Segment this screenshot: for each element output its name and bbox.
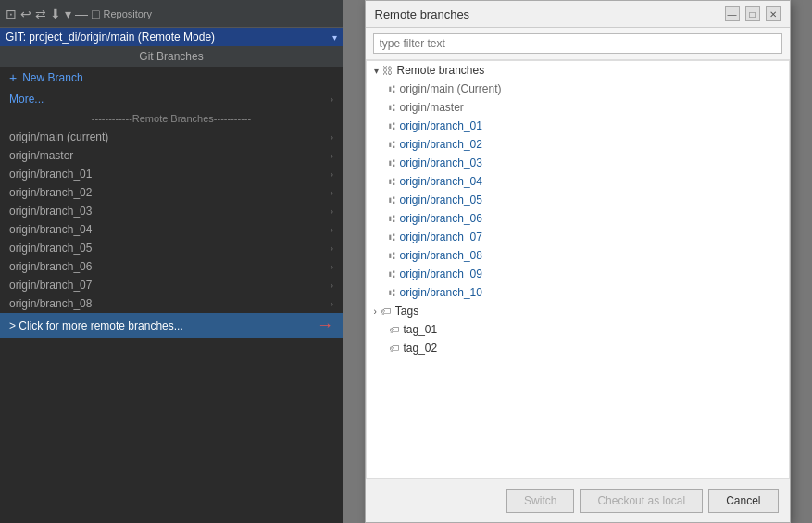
branch-node-icon: ⑆ (389, 139, 395, 150)
tree-branch-10[interactable]: ⑆ origin/branch_10 (367, 283, 789, 302)
branch-node-icon: ⑆ (389, 102, 395, 113)
collapse-icon: ▾ (374, 66, 379, 76)
branch-label: origin/branch_05 (9, 242, 92, 255)
toolbar-icon-3[interactable]: ⬇ (50, 6, 61, 21)
right-area: Remote branches — □ ✕ ▾ ⛓ Remote branche… (343, 0, 812, 523)
branch-item-03[interactable]: origin/branch_03 › (0, 202, 343, 220)
branch-node-icon: ⑆ (389, 176, 395, 187)
tree-branch-06[interactable]: ⑆ origin/branch_06 (367, 209, 789, 228)
branch-node-icon: ⑆ (389, 231, 395, 243)
tree-branch-05[interactable]: ⑆ origin/branch_05 (367, 191, 789, 209)
branch-node-icon: ⑆ (389, 287, 395, 298)
tree-tag-01[interactable]: 🏷 tag_01 (367, 320, 789, 339)
tag-node-icon: 🏷 (389, 342, 399, 354)
tree-branch-01[interactable]: ⑆ origin/branch_01 (367, 117, 789, 135)
branch-item-02[interactable]: origin/branch_02 › (0, 183, 343, 202)
dialog-titlebar: Remote branches — □ ✕ (366, 1, 790, 28)
tags-icon: 🏷 (381, 305, 391, 317)
repo-icon: ⊡ (6, 6, 17, 21)
more-label: More... (9, 93, 44, 106)
remote-branches-tree-label: Remote branches (397, 64, 485, 77)
branch-label: origin/branch_03 (9, 205, 92, 218)
tree-branch-09[interactable]: ⑆ origin/branch_09 (367, 265, 789, 283)
tags-tree-label: Tags (395, 305, 418, 318)
tree-tags-parent[interactable]: › 🏷 Tags (367, 302, 789, 320)
branch-item-04[interactable]: origin/branch_04 › (0, 220, 343, 239)
branch-label: origin/branch_07 (9, 279, 92, 292)
toolbar-icon-2[interactable]: ⇄ (35, 6, 46, 21)
tree-branch-08[interactable]: ⑆ origin/branch_08 (367, 246, 789, 265)
cancel-button[interactable]: Cancel (708, 489, 778, 513)
branch-node-icon: ⑆ (389, 83, 395, 94)
branch-tree-label: origin/branch_03 (400, 156, 482, 169)
toolbar-icon-4[interactable]: ▾ (65, 6, 71, 21)
tag-node-icon: 🏷 (389, 324, 399, 335)
branch-node-icon: ⑆ (389, 250, 395, 261)
tag-tree-label: tag_02 (404, 342, 438, 355)
new-branch-item[interactable]: + New Branch (0, 67, 343, 89)
branch-node-icon: ⑆ (389, 120, 395, 131)
left-panel: ⊡ ↩ ⇄ ⬇ ▾ — □ Repository GIT: project_di… (0, 0, 343, 523)
chevron-icon: › (331, 169, 333, 180)
branch-tree-label: origin/branch_09 (400, 268, 482, 280)
click-more-label: > Click for more remote branches... (9, 319, 183, 332)
window-controls: — □ ✕ (725, 6, 781, 21)
tree-branch-master[interactable]: ⑆ origin/master (367, 98, 789, 117)
branch-selector-bar[interactable]: GIT: project_di/origin/main (Remote Mode… (0, 28, 343, 46)
checkout-as-local-button[interactable]: Checkout as local (580, 489, 703, 513)
filter-input[interactable] (373, 33, 782, 54)
tree-branch-04[interactable]: ⑆ origin/branch_04 (367, 172, 789, 191)
tree-tag-02[interactable]: 🏷 tag_02 (367, 339, 789, 357)
branch-label: origin/branch_06 (9, 260, 92, 273)
toolbar-icon-1[interactable]: ↩ (20, 6, 31, 21)
more-item[interactable]: More... › (0, 89, 343, 109)
branch-tree-label: origin/branch_10 (400, 286, 482, 299)
branch-tree-label: origin/branch_07 (400, 230, 482, 243)
branch-node-icon: ⑆ (389, 194, 395, 205)
branch-tree-label: origin/branch_02 (400, 138, 482, 151)
chevron-icon: › (331, 262, 333, 272)
branch-tree-label: origin/branch_04 (400, 175, 482, 188)
branch-item-more[interactable]: > Click for more remote branches... → (0, 313, 343, 338)
toolbar-icon-5[interactable]: — (75, 6, 88, 21)
switch-button[interactable]: Switch (506, 489, 574, 513)
tree-area[interactable]: ▾ ⛓ Remote branches ⑆ origin/main (Curre… (366, 60, 790, 479)
branch-tree-label: origin/branch_06 (400, 212, 482, 225)
branch-item-master[interactable]: origin/master › (0, 146, 343, 165)
tree-branch-07[interactable]: ⑆ origin/branch_07 (367, 228, 789, 246)
chevron-icon: › (331, 225, 333, 235)
branch-item-08[interactable]: origin/branch_08 › (0, 294, 343, 313)
chevron-icon: › (331, 188, 333, 198)
branch-item-06[interactable]: origin/branch_06 › (0, 257, 343, 276)
branch-tree-label: origin/branch_05 (400, 193, 482, 206)
remote-branches-dialog: Remote branches — □ ✕ ▾ ⛓ Remote branche… (365, 0, 791, 523)
tag-tree-label: tag_01 (404, 323, 438, 336)
branch-label: origin/main (current) (9, 131, 108, 143)
branch-node-icon: ⑆ (389, 213, 395, 224)
tree-branch-main-current[interactable]: ⑆ origin/main (Current) (367, 80, 789, 98)
branch-node-icon: ⑆ (389, 157, 395, 168)
toolbar-icon-6[interactable]: □ (92, 6, 99, 21)
maximize-button[interactable]: □ (745, 6, 760, 21)
branch-item-05[interactable]: origin/branch_05 › (0, 239, 343, 257)
branch-item-07[interactable]: origin/branch_07 › (0, 276, 343, 294)
tree-branch-03[interactable]: ⑆ origin/branch_03 (367, 154, 789, 172)
branch-label: origin/branch_01 (9, 168, 92, 181)
branch-list: + New Branch More... › ------------Remot… (0, 67, 343, 523)
branch-tree-label: origin/master (400, 101, 464, 114)
branch-label: origin/branch_02 (9, 186, 92, 199)
dropdown-icon: ▾ (332, 32, 337, 43)
close-button[interactable]: ✕ (766, 6, 781, 21)
dialog-footer: Switch Checkout as local Cancel (366, 479, 790, 522)
tree-branch-02[interactable]: ⑆ origin/branch_02 (367, 135, 789, 154)
branch-item-01[interactable]: origin/branch_01 › (0, 165, 343, 183)
branch-item-main-current[interactable]: origin/main (current) › (0, 128, 343, 146)
more-chevron: › (331, 94, 333, 105)
remote-branches-divider: ------------Remote Branches----------- (0, 109, 343, 128)
minimize-button[interactable]: — (725, 6, 740, 21)
chevron-icon: › (331, 243, 333, 254)
branch-label: origin/branch_08 (9, 297, 92, 310)
expand-icon: › (374, 306, 377, 317)
tree-remote-branches-parent[interactable]: ▾ ⛓ Remote branches (367, 61, 789, 80)
left-toolbar: ⊡ ↩ ⇄ ⬇ ▾ — □ Repository (0, 0, 343, 28)
